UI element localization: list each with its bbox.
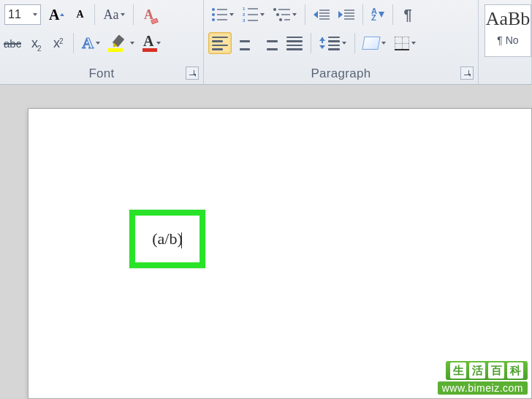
highlighted-content: (a/b) — [129, 210, 205, 268]
paragraph-dialog-launcher[interactable] — [460, 66, 474, 80]
sort-icon: A Z — [371, 8, 384, 21]
wm-char: 百 — [488, 362, 504, 379]
shading-icon — [362, 37, 380, 50]
font-color-swatch — [142, 48, 157, 52]
sort-az-label: A Z — [371, 8, 377, 21]
document-page[interactable]: (a/b) — [28, 108, 532, 399]
separator — [362, 4, 363, 25]
decrease-indent-icon — [314, 10, 330, 20]
separator — [354, 33, 355, 53]
clear-formatting-button[interactable]: A — [138, 4, 159, 26]
shrink-font-button[interactable]: A — [69, 4, 90, 26]
chevron-down-icon — [342, 42, 346, 45]
grow-font-icon: A — [49, 7, 59, 23]
style-normal[interactable]: AaBb ¶ No — [484, 4, 531, 57]
superscript-button[interactable]: x2 — [48, 32, 69, 54]
separator — [305, 4, 305, 25]
superscript-sup: 2 — [59, 37, 64, 45]
separator — [73, 33, 74, 53]
ribbon: 11 A A Aa A abc — [0, 0, 532, 85]
multilevel-list-button[interactable] — [270, 4, 300, 26]
wm-char: 活 — [469, 362, 485, 379]
subscript-sub: 2 — [37, 45, 42, 53]
font-dialog-launcher[interactable] — [186, 66, 199, 80]
watermark-logo: 生 活 百 科 — [446, 361, 528, 380]
change-case-button[interactable]: Aa — [99, 4, 129, 26]
highlight-color-swatch — [108, 48, 123, 52]
style-name-text: ¶ No — [497, 34, 518, 46]
increase-indent-button[interactable] — [335, 4, 358, 26]
chevron-down-icon — [381, 42, 386, 45]
grow-font-button[interactable]: A — [45, 4, 68, 26]
document-area: (a/b) — [0, 85, 532, 399]
document-text[interactable]: (a/b) — [152, 229, 183, 248]
separator — [94, 4, 95, 25]
caret-up-icon — [60, 13, 64, 16]
line-spacing-button[interactable] — [316, 32, 350, 54]
show-paragraph-marks-button[interactable]: ¶ — [398, 4, 418, 26]
separator — [311, 33, 311, 53]
separator — [133, 4, 134, 25]
sort-button[interactable]: A Z — [368, 4, 388, 26]
align-center-icon — [237, 37, 253, 50]
paragraph-row-2 — [204, 28, 478, 58]
font-group: 11 A A Aa A abc — [0, 0, 204, 84]
chevron-down-icon — [229, 13, 234, 16]
watermark: 生 活 百 科 www.bimeiz.com — [438, 361, 528, 395]
paragraph-group-label: Paragraph — [204, 66, 478, 81]
highlight-color-button[interactable] — [105, 32, 138, 54]
chevron-down-icon — [130, 42, 134, 45]
typed-text: (a/b) — [152, 229, 183, 248]
separator — [392, 4, 393, 25]
shading-button[interactable] — [360, 32, 390, 54]
shrink-font-icon: A — [76, 9, 83, 20]
bullets-button[interactable] — [208, 4, 238, 26]
chevron-down-icon — [292, 13, 297, 16]
chevron-down-icon — [411, 42, 416, 45]
subscript-icon: x2 — [31, 36, 42, 51]
text-effects-icon: A — [82, 34, 94, 53]
font-size-value: 11 — [8, 8, 31, 21]
multilevel-icon — [273, 8, 290, 21]
justify-icon — [286, 37, 303, 50]
chevron-down-icon — [260, 13, 265, 16]
font-row-2: abc x2 x2 A — [0, 28, 203, 58]
wm-char: 生 — [450, 362, 466, 379]
paragraph-group: 1 2 3 — [204, 0, 479, 84]
text-cursor-icon — [181, 232, 182, 248]
decrease-indent-button[interactable] — [310, 4, 333, 26]
change-case-icon: Aa — [103, 7, 118, 23]
watermark-url: www.bimeiz.com — [438, 381, 528, 395]
borders-button[interactable] — [391, 32, 419, 54]
borders-icon — [395, 37, 409, 50]
superscript-icon: x2 — [53, 36, 64, 51]
chevron-down-icon — [121, 13, 125, 16]
font-color-icon: A — [143, 33, 153, 50]
paragraph-row-1: 1 2 3 — [204, 1, 478, 28]
strikethrough-icon: abc — [4, 37, 21, 50]
chevron-down-icon — [33, 13, 37, 16]
align-left-icon — [212, 37, 228, 50]
chevron-down-icon — [96, 42, 100, 45]
font-group-label: Font — [0, 66, 203, 81]
styles-group: AaBb ¶ No — [479, 0, 532, 84]
chevron-down-icon — [156, 42, 161, 45]
line-spacing-icon — [319, 37, 340, 50]
font-size-combo[interactable]: 11 — [4, 4, 41, 25]
text-effects-button[interactable]: A — [78, 32, 104, 54]
align-left-button[interactable] — [208, 32, 232, 54]
strikethrough-button[interactable]: abc — [0, 32, 25, 54]
style-sample-text: AaBb — [486, 8, 531, 30]
subscript-button[interactable]: x2 — [26, 32, 47, 54]
numbering-button[interactable]: 1 2 3 — [239, 4, 268, 26]
align-center-button[interactable] — [233, 32, 256, 54]
align-right-icon — [262, 37, 278, 50]
wm-char: 科 — [507, 362, 523, 379]
align-right-button[interactable] — [258, 32, 281, 54]
pilcrow-icon: ¶ — [403, 7, 411, 23]
numbering-icon: 1 2 3 — [243, 7, 258, 23]
justify-button[interactable] — [283, 32, 306, 54]
bullets-icon — [212, 8, 227, 21]
font-row-1: 11 A A Aa A — [0, 1, 203, 28]
font-color-button[interactable]: A — [140, 32, 164, 54]
